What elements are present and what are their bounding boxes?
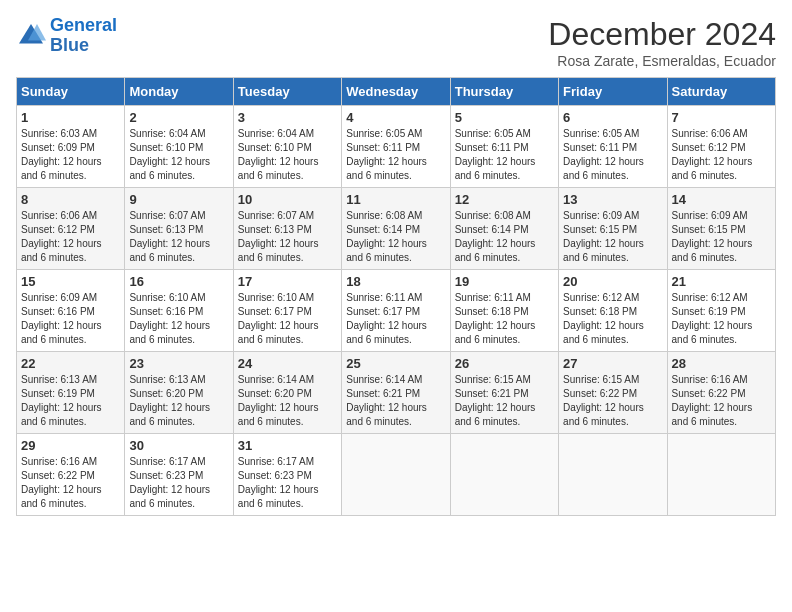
calendar-header-row: SundayMondayTuesdayWednesdayThursdayFrid…: [17, 78, 776, 106]
col-header-monday: Monday: [125, 78, 233, 106]
cell-info: Sunrise: 6:05 AMSunset: 6:11 PMDaylight:…: [455, 127, 554, 183]
day-number: 11: [346, 192, 445, 207]
cell-info: Sunrise: 6:10 AMSunset: 6:16 PMDaylight:…: [129, 291, 228, 347]
calendar-cell: 23Sunrise: 6:13 AMSunset: 6:20 PMDayligh…: [125, 352, 233, 434]
calendar-cell: 5Sunrise: 6:05 AMSunset: 6:11 PMDaylight…: [450, 106, 558, 188]
cell-info: Sunrise: 6:11 AMSunset: 6:18 PMDaylight:…: [455, 291, 554, 347]
col-header-thursday: Thursday: [450, 78, 558, 106]
calendar-cell: 17Sunrise: 6:10 AMSunset: 6:17 PMDayligh…: [233, 270, 341, 352]
col-header-saturday: Saturday: [667, 78, 775, 106]
calendar-cell: [559, 434, 667, 516]
calendar-cell: 19Sunrise: 6:11 AMSunset: 6:18 PMDayligh…: [450, 270, 558, 352]
calendar-cell: 24Sunrise: 6:14 AMSunset: 6:20 PMDayligh…: [233, 352, 341, 434]
cell-info: Sunrise: 6:09 AMSunset: 6:16 PMDaylight:…: [21, 291, 120, 347]
day-number: 10: [238, 192, 337, 207]
day-number: 24: [238, 356, 337, 371]
calendar-cell: 22Sunrise: 6:13 AMSunset: 6:19 PMDayligh…: [17, 352, 125, 434]
day-number: 6: [563, 110, 662, 125]
logo: General Blue: [16, 16, 117, 56]
col-header-tuesday: Tuesday: [233, 78, 341, 106]
cell-info: Sunrise: 6:04 AMSunset: 6:10 PMDaylight:…: [129, 127, 228, 183]
cell-info: Sunrise: 6:06 AMSunset: 6:12 PMDaylight:…: [21, 209, 120, 265]
day-number: 30: [129, 438, 228, 453]
day-number: 20: [563, 274, 662, 289]
calendar-cell: 29Sunrise: 6:16 AMSunset: 6:22 PMDayligh…: [17, 434, 125, 516]
month-title: December 2024: [548, 16, 776, 53]
day-number: 12: [455, 192, 554, 207]
calendar-cell: 18Sunrise: 6:11 AMSunset: 6:17 PMDayligh…: [342, 270, 450, 352]
calendar-cell: 9Sunrise: 6:07 AMSunset: 6:13 PMDaylight…: [125, 188, 233, 270]
day-number: 14: [672, 192, 771, 207]
cell-info: Sunrise: 6:09 AMSunset: 6:15 PMDaylight:…: [672, 209, 771, 265]
location-subtitle: Rosa Zarate, Esmeraldas, Ecuador: [548, 53, 776, 69]
calendar-cell: 2Sunrise: 6:04 AMSunset: 6:10 PMDaylight…: [125, 106, 233, 188]
day-number: 15: [21, 274, 120, 289]
cell-info: Sunrise: 6:04 AMSunset: 6:10 PMDaylight:…: [238, 127, 337, 183]
cell-info: Sunrise: 6:11 AMSunset: 6:17 PMDaylight:…: [346, 291, 445, 347]
calendar-table: SundayMondayTuesdayWednesdayThursdayFrid…: [16, 77, 776, 516]
day-number: 22: [21, 356, 120, 371]
cell-info: Sunrise: 6:15 AMSunset: 6:21 PMDaylight:…: [455, 373, 554, 429]
calendar-cell: 3Sunrise: 6:04 AMSunset: 6:10 PMDaylight…: [233, 106, 341, 188]
title-block: December 2024 Rosa Zarate, Esmeraldas, E…: [548, 16, 776, 69]
day-number: 19: [455, 274, 554, 289]
cell-info: Sunrise: 6:17 AMSunset: 6:23 PMDaylight:…: [129, 455, 228, 511]
day-number: 21: [672, 274, 771, 289]
day-number: 3: [238, 110, 337, 125]
day-number: 27: [563, 356, 662, 371]
calendar-week-1: 1Sunrise: 6:03 AMSunset: 6:09 PMDaylight…: [17, 106, 776, 188]
calendar-cell: 30Sunrise: 6:17 AMSunset: 6:23 PMDayligh…: [125, 434, 233, 516]
logo-line1: General: [50, 15, 117, 35]
cell-info: Sunrise: 6:07 AMSunset: 6:13 PMDaylight:…: [238, 209, 337, 265]
calendar-cell: [667, 434, 775, 516]
day-number: 9: [129, 192, 228, 207]
day-number: 13: [563, 192, 662, 207]
day-number: 18: [346, 274, 445, 289]
calendar-cell: 31Sunrise: 6:17 AMSunset: 6:23 PMDayligh…: [233, 434, 341, 516]
day-number: 5: [455, 110, 554, 125]
calendar-cell: 14Sunrise: 6:09 AMSunset: 6:15 PMDayligh…: [667, 188, 775, 270]
day-number: 16: [129, 274, 228, 289]
page-header: General Blue December 2024 Rosa Zarate, …: [16, 16, 776, 69]
calendar-cell: 4Sunrise: 6:05 AMSunset: 6:11 PMDaylight…: [342, 106, 450, 188]
calendar-cell: 10Sunrise: 6:07 AMSunset: 6:13 PMDayligh…: [233, 188, 341, 270]
calendar-cell: 11Sunrise: 6:08 AMSunset: 6:14 PMDayligh…: [342, 188, 450, 270]
calendar-cell: 21Sunrise: 6:12 AMSunset: 6:19 PMDayligh…: [667, 270, 775, 352]
day-number: 23: [129, 356, 228, 371]
calendar-cell: 25Sunrise: 6:14 AMSunset: 6:21 PMDayligh…: [342, 352, 450, 434]
calendar-cell: 26Sunrise: 6:15 AMSunset: 6:21 PMDayligh…: [450, 352, 558, 434]
cell-info: Sunrise: 6:12 AMSunset: 6:18 PMDaylight:…: [563, 291, 662, 347]
calendar-cell: 20Sunrise: 6:12 AMSunset: 6:18 PMDayligh…: [559, 270, 667, 352]
day-number: 29: [21, 438, 120, 453]
day-number: 26: [455, 356, 554, 371]
calendar-cell: 1Sunrise: 6:03 AMSunset: 6:09 PMDaylight…: [17, 106, 125, 188]
cell-info: Sunrise: 6:05 AMSunset: 6:11 PMDaylight:…: [563, 127, 662, 183]
day-number: 17: [238, 274, 337, 289]
calendar-week-4: 22Sunrise: 6:13 AMSunset: 6:19 PMDayligh…: [17, 352, 776, 434]
cell-info: Sunrise: 6:13 AMSunset: 6:20 PMDaylight:…: [129, 373, 228, 429]
calendar-cell: 16Sunrise: 6:10 AMSunset: 6:16 PMDayligh…: [125, 270, 233, 352]
cell-info: Sunrise: 6:14 AMSunset: 6:21 PMDaylight:…: [346, 373, 445, 429]
calendar-cell: 8Sunrise: 6:06 AMSunset: 6:12 PMDaylight…: [17, 188, 125, 270]
cell-info: Sunrise: 6:14 AMSunset: 6:20 PMDaylight:…: [238, 373, 337, 429]
cell-info: Sunrise: 6:15 AMSunset: 6:22 PMDaylight:…: [563, 373, 662, 429]
day-number: 28: [672, 356, 771, 371]
calendar-cell: [342, 434, 450, 516]
day-number: 7: [672, 110, 771, 125]
cell-info: Sunrise: 6:13 AMSunset: 6:19 PMDaylight:…: [21, 373, 120, 429]
calendar-cell: 13Sunrise: 6:09 AMSunset: 6:15 PMDayligh…: [559, 188, 667, 270]
day-number: 8: [21, 192, 120, 207]
cell-info: Sunrise: 6:08 AMSunset: 6:14 PMDaylight:…: [455, 209, 554, 265]
calendar-cell: 28Sunrise: 6:16 AMSunset: 6:22 PMDayligh…: [667, 352, 775, 434]
day-number: 2: [129, 110, 228, 125]
col-header-wednesday: Wednesday: [342, 78, 450, 106]
calendar-cell: 15Sunrise: 6:09 AMSunset: 6:16 PMDayligh…: [17, 270, 125, 352]
cell-info: Sunrise: 6:07 AMSunset: 6:13 PMDaylight:…: [129, 209, 228, 265]
day-number: 4: [346, 110, 445, 125]
calendar-cell: 6Sunrise: 6:05 AMSunset: 6:11 PMDaylight…: [559, 106, 667, 188]
calendar-cell: 12Sunrise: 6:08 AMSunset: 6:14 PMDayligh…: [450, 188, 558, 270]
col-header-friday: Friday: [559, 78, 667, 106]
day-number: 31: [238, 438, 337, 453]
cell-info: Sunrise: 6:06 AMSunset: 6:12 PMDaylight:…: [672, 127, 771, 183]
day-number: 1: [21, 110, 120, 125]
